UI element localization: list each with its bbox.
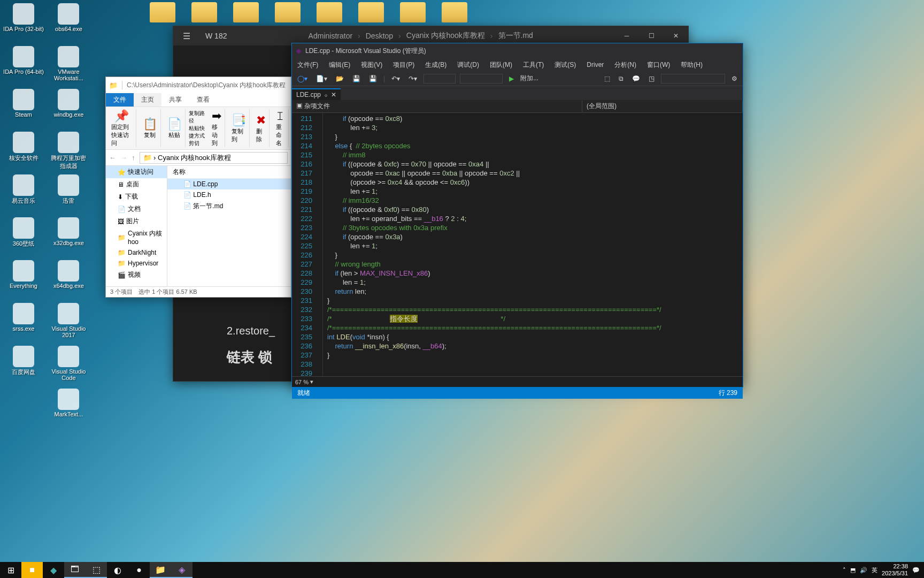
sidebar-item-documents[interactable]: 📄 文档 (106, 203, 167, 215)
file-item[interactable]: 📄 LDE.cpp (167, 179, 291, 189)
pin-icon[interactable]: 📌 (114, 109, 129, 123)
start-button[interactable]: ⊞ (0, 562, 21, 578)
menu-test[interactable]: 测试(S) (549, 60, 581, 70)
new-icon[interactable]: 📄▾ (314, 74, 329, 83)
code-editor[interactable]: 2112122132142152162172182192202212222232… (292, 113, 743, 376)
folder-icon[interactable] (150, 2, 175, 22)
taskbar-app[interactable]: ■ (21, 562, 43, 578)
taskbar-app[interactable]: ⬚ (86, 562, 107, 578)
nav-scope[interactable]: (全局范围) (582, 101, 743, 112)
explorer-titlebar[interactable]: 📁 C:\Users\Administrator\Desktop\Cyanix … (106, 77, 291, 93)
tab-file[interactable]: 文件 (106, 93, 134, 107)
copy-path-button[interactable]: 复制路径 (189, 110, 205, 125)
attach-button[interactable]: 附加... (520, 74, 538, 83)
breadcrumb-item[interactable]: 第一节.md (498, 31, 533, 41)
sidebar-item-desktop[interactable]: 🖥 桌面 (106, 178, 167, 191)
rename-icon[interactable]: 𝙸 (276, 109, 284, 123)
desktop-icon[interactable]: x64dbg.exe (48, 260, 89, 301)
folder-icon[interactable] (191, 2, 217, 22)
desktop-icon[interactable]: Visual Studio Code (48, 346, 89, 386)
desktop-icon[interactable]: 百度网盘 (3, 346, 44, 386)
menu-debug[interactable]: 调试(D) (452, 60, 484, 70)
tray-volume-icon[interactable]: 🔊 (860, 567, 867, 574)
undo-icon[interactable]: ↶▾ (389, 74, 402, 83)
file-item[interactable]: 📄 第一节.md (167, 200, 291, 212)
redo-icon[interactable]: ↷▾ (406, 74, 419, 83)
notification-icon[interactable]: 💬 (912, 567, 920, 574)
desktop-icon[interactable]: VMware Workstati... (48, 46, 89, 87)
menu-tools[interactable]: 工具(T) (518, 60, 549, 70)
tab-share[interactable]: 共享 (161, 93, 189, 107)
sidebar-item-folder[interactable]: 📁 Hypervisor (106, 258, 167, 269)
desktop-icon[interactable]: 易云音乐 (3, 174, 44, 215)
breadcrumb-item[interactable]: Administrator (309, 32, 352, 40)
zoom-level[interactable]: 67 % (295, 379, 309, 385)
copy-icon[interactable]: 📋 (143, 117, 157, 131)
desktop-icon[interactable]: windbg.exe (48, 89, 89, 130)
desktop-icon[interactable]: 腾程万里加密指成器 (48, 132, 89, 172)
sidebar-item-downloads[interactable]: ⬇ 下载 (106, 191, 167, 203)
sidebar-item-folder[interactable]: 📁 DarkNight (106, 247, 167, 258)
desktop-icon[interactable]: Steam (3, 89, 44, 130)
sidebar-item-quickaccess[interactable]: ⭐ 快速访问 (106, 166, 167, 178)
tray-chevron-icon[interactable]: ˄ (843, 567, 846, 574)
ime-indicator[interactable]: 英 (872, 566, 877, 574)
vs-titlebar[interactable]: ◈ LDE.cpp - Microsoft Visual Studio (管理员… (292, 43, 743, 58)
tb-icon[interactable]: 💬 (630, 74, 642, 83)
tray-clock[interactable]: 22:38 2023/5/31 (882, 563, 908, 577)
menu-edit[interactable]: 编辑(E) (324, 60, 356, 70)
copyto-icon[interactable]: 📑 (232, 113, 246, 127)
desktop-icon[interactable]: MarkText... (48, 389, 89, 429)
tab-file[interactable]: LDE.cpp ⬦ ✕ (292, 88, 341, 100)
menu-file[interactable]: 文件(F) (292, 60, 324, 70)
address-bar[interactable]: 📁 › Cyanix 内核hook库教程 (140, 152, 288, 164)
taskbar-app[interactable]: 🗔 (64, 562, 86, 578)
desktop-icon[interactable]: x32dbg.exe (48, 217, 89, 258)
column-header-name[interactable]: 名称 (167, 166, 291, 179)
desktop-icon[interactable]: IDA Pro (64-bit) (3, 46, 44, 87)
taskbar-app[interactable]: ◐ (107, 562, 128, 578)
taskbar-app[interactable]: ◆ (43, 562, 64, 578)
move-icon[interactable]: ➡ (212, 109, 221, 123)
file-item[interactable]: 📄 LDE.h (167, 189, 291, 200)
breadcrumb-item[interactable]: Desktop (366, 32, 393, 40)
hamburger-icon[interactable]: ☰ (173, 31, 200, 41)
open-icon[interactable]: 📂 (334, 74, 346, 83)
menu-help[interactable]: 帮助(H) (675, 60, 708, 70)
pin-icon[interactable]: ⬦ (324, 91, 328, 98)
cut-button[interactable]: 剪切 (189, 140, 205, 147)
taskbar-explorer[interactable]: 📁 (150, 562, 171, 578)
folder-icon[interactable] (358, 2, 384, 22)
tb-icon[interactable]: ⚙ (729, 74, 740, 83)
folder-icon[interactable] (317, 2, 342, 22)
menu-build[interactable]: 生成(B) (420, 60, 452, 70)
menu-team[interactable]: 团队(M) (484, 60, 518, 70)
code-area[interactable]: if (opcode == 0xc8) len += 3; } else { /… (323, 113, 743, 376)
tab-view[interactable]: 查看 (189, 93, 217, 107)
menu-driver[interactable]: Driver (581, 61, 609, 69)
tab-home[interactable]: 主页 (134, 93, 161, 107)
menu-window[interactable]: 窗口(W) (642, 60, 675, 70)
saveall-icon[interactable]: 💾 (367, 74, 379, 83)
desktop-icon[interactable]: obs64.exe (48, 3, 89, 44)
tray-icon[interactable]: ⬒ (850, 567, 856, 574)
start-icon[interactable]: ▶ (507, 74, 516, 83)
tb-icon[interactable]: ◳ (646, 74, 657, 83)
breadcrumb-item[interactable]: Cyanix 内核hook库教程 (406, 31, 485, 41)
desktop-icon[interactable]: 360壁纸 (3, 217, 44, 258)
sidebar-item-folder[interactable]: 📁 Cyanix 内核hoo (106, 227, 167, 247)
paste-icon[interactable]: 📄 (167, 117, 182, 131)
desktop-icon[interactable]: 迅雷 (48, 174, 89, 215)
paste-shortcut-button[interactable]: 粘贴快捷方式 (189, 125, 205, 140)
tb-icon[interactable]: ⧉ (617, 74, 626, 83)
delete-icon[interactable]: ✖ (256, 113, 266, 127)
menu-analyze[interactable]: 分析(N) (609, 60, 642, 70)
back-button[interactable]: ← (109, 154, 116, 162)
folder-icon[interactable] (275, 2, 301, 22)
desktop-icon[interactable]: Visual Studio 2017 (48, 303, 89, 344)
folder-icon[interactable] (400, 2, 426, 22)
desktop-icon[interactable]: Everything (3, 260, 44, 301)
menu-project[interactable]: 项目(P) (388, 60, 420, 70)
desktop-icon[interactable]: IDA Pro (32-bit) (3, 3, 44, 44)
sidebar-item-thispc[interactable]: 💻 此电脑 (106, 284, 167, 286)
